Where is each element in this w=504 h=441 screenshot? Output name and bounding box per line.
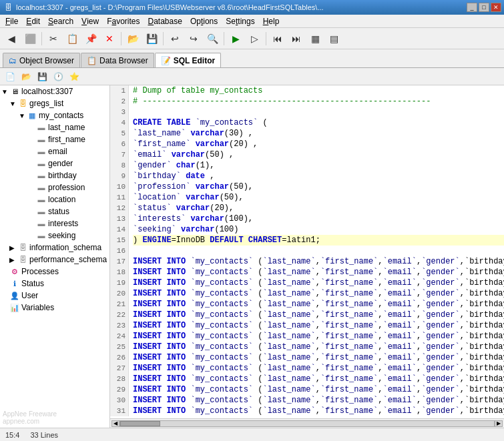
menu-help[interactable]: Help: [259, 15, 284, 27]
line-number-10: 10: [111, 181, 125, 192]
sidebar-item-information-schema[interactable]: ▶ 🗄 information_schema: [0, 242, 109, 254]
menu-database[interactable]: Database: [144, 15, 186, 27]
delete-button[interactable]: ✕: [101, 30, 118, 47]
menu-settings[interactable]: Settings: [222, 15, 258, 27]
last-button[interactable]: ⏭: [288, 30, 305, 47]
editor-content[interactable]: 1234567891011121314151617181920212223242…: [110, 85, 504, 418]
menubar: File Edit Search View Favorites Database…: [0, 15, 504, 28]
menu-favorites[interactable]: Favorites: [103, 15, 144, 27]
db-label: gregs_list: [29, 99, 63, 108]
sidebar-item-last-name[interactable]: ▬ last_name: [0, 121, 109, 133]
minimize-button[interactable]: _: [467, 3, 477, 12]
menu-options[interactable]: Options: [186, 15, 222, 27]
sidebar-item-server[interactable]: ▼ 🖥 localhost:3307: [0, 85, 109, 97]
separator-1: [41, 32, 42, 45]
grid2-button[interactable]: ▤: [325, 30, 342, 47]
save-file-button[interactable]: 💾: [35, 69, 49, 84]
sidebar-item-status[interactable]: ▬ status: [0, 205, 109, 217]
first-button[interactable]: ⏮: [269, 30, 286, 47]
paste-button[interactable]: 📌: [82, 30, 99, 47]
favorites-button[interactable]: ⭐: [67, 69, 81, 84]
line-number-26: 26: [111, 352, 125, 363]
column-icon-interests: ▬: [36, 218, 47, 229]
column-icon-status: ▬: [36, 206, 47, 217]
code-line-1: # Dump of table my_contacts: [133, 85, 504, 96]
code-line-8: `gender` char(1),: [133, 160, 504, 171]
sidebar-item-processes[interactable]: ⚙ Processes: [0, 266, 109, 278]
menu-file[interactable]: File: [1, 15, 22, 27]
toggle-perf-schema: ▶: [9, 256, 17, 264]
sql-editor-tab-label: SQL Editor: [174, 56, 215, 65]
sidebar-item-seeking[interactable]: ▬ seeking: [0, 230, 109, 242]
line-number-20: 20: [111, 288, 125, 299]
sidebar-item-status[interactable]: ℹ Status: [0, 278, 109, 290]
cut-button[interactable]: ✂: [45, 30, 62, 47]
line-number-16: 16: [111, 246, 125, 256]
run-select-button[interactable]: ▷: [246, 30, 263, 47]
line-number-25: 25: [111, 342, 125, 352]
sidebar: ▼ 🖥 localhost:3307 ▼ 🗄 gregs_list ▼ ▦ my…: [0, 85, 110, 428]
column-label-interests: interests: [48, 219, 78, 228]
column-icon-birthday: ▬: [36, 170, 47, 181]
code-line-7: `email` varchar(50) ,: [133, 149, 504, 160]
toggle-gregs-list: ▼: [9, 100, 17, 107]
menu-view[interactable]: View: [77, 15, 103, 27]
menu-search[interactable]: Search: [44, 15, 77, 27]
new-button[interactable]: 📄: [3, 69, 17, 84]
back-button[interactable]: ◀: [3, 30, 20, 47]
grid1-button[interactable]: ▦: [306, 30, 324, 47]
sidebar-item-interests[interactable]: ▬ interests: [0, 217, 109, 230]
scroll-left-arrow[interactable]: ◀: [111, 420, 119, 427]
redo-button[interactable]: ↪: [185, 30, 202, 47]
save-button[interactable]: 💾: [143, 30, 160, 47]
db-icon: 🗄: [17, 98, 28, 109]
history-button[interactable]: 🕐: [51, 69, 65, 84]
user-label: User: [21, 291, 38, 300]
line-number-27: 27: [111, 363, 125, 374]
tab-data-browser[interactable]: 📋 Data Browser: [81, 53, 154, 67]
code-line-10: `profession` varchar(50),: [133, 181, 504, 192]
maximize-button[interactable]: □: [479, 3, 489, 12]
separator-3: [163, 32, 164, 45]
stop-button[interactable]: ⬛: [21, 30, 39, 47]
tab-sql-editor[interactable]: 📝 SQL Editor: [155, 53, 221, 67]
sidebar-item-gender[interactable]: ▬ gender: [0, 157, 109, 169]
tab-object-browser[interactable]: 🗂 Object Browser: [3, 53, 80, 67]
close-button[interactable]: ✕: [491, 3, 501, 12]
sidebar-item-user[interactable]: 👤 User: [0, 290, 109, 302]
schema-label-info: information_schema: [29, 243, 101, 252]
line-number-15: 15: [111, 235, 125, 246]
column-icon-email: ▬: [36, 146, 47, 157]
code-area[interactable]: # Dump of table my_contacts# -----------…: [129, 85, 504, 416]
code-line-13: `interests` varchar(100),: [133, 213, 504, 224]
find-button[interactable]: 🔍: [204, 30, 221, 47]
run-button[interactable]: ▶: [227, 30, 244, 47]
line-number-31: 31: [111, 406, 125, 416]
scroll-thumb[interactable]: [120, 421, 160, 426]
processes-icon: ⚙: [9, 266, 20, 277]
scroll-track[interactable]: [119, 420, 495, 427]
horizontal-scrollbar[interactable]: ◀ ▶: [110, 418, 504, 428]
sidebar-item-birthday[interactable]: ▬ birthday: [0, 169, 109, 181]
sidebar-item-variables[interactable]: 📊 Variables: [0, 302, 109, 314]
sidebar-item-location[interactable]: ▬ location: [0, 193, 109, 205]
open-button[interactable]: 📂: [124, 30, 142, 47]
sidebar-item-email[interactable]: ▬ email: [0, 145, 109, 157]
code-line-29: INSERT INTO `my_contacts` (`last_name`,`…: [133, 384, 504, 395]
schema-icon-perf: 🗄: [17, 254, 28, 265]
sidebar-item-gregs-list[interactable]: ▼ 🗄 gregs_list: [0, 97, 109, 109]
sidebar-item-first-name[interactable]: ▬ first_name: [0, 133, 109, 145]
sidebar-item-profession[interactable]: ▬ profession: [0, 181, 109, 193]
copy-button[interactable]: 📋: [63, 30, 81, 47]
menu-edit[interactable]: Edit: [22, 15, 44, 27]
toggle-server: ▼: [1, 88, 9, 95]
open-file-button[interactable]: 📂: [19, 69, 33, 84]
sidebar-item-my-contacts[interactable]: ▼ ▦ my_contacts: [0, 109, 109, 121]
undo-button[interactable]: ↩: [166, 30, 184, 47]
column-label-first-name: first_name: [48, 135, 85, 144]
table-icon: ▦: [27, 110, 37, 121]
sidebar-item-performance-schema[interactable]: ▶ 🗄 performance_schema: [0, 254, 109, 266]
scroll-right-arrow[interactable]: ▶: [495, 420, 503, 427]
code-line-16: [133, 246, 504, 256]
processes-label: Processes: [21, 267, 59, 276]
